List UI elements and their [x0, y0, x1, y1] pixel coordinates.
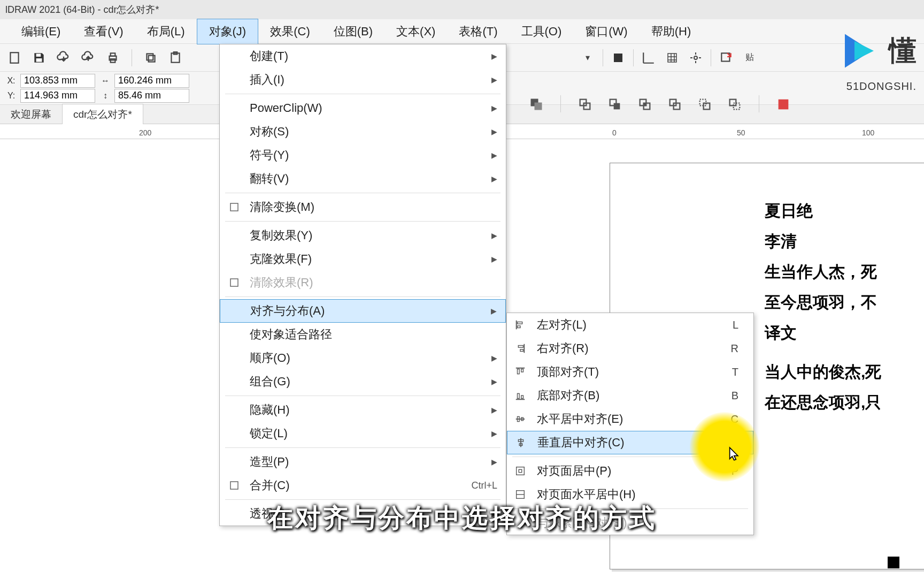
menu-item[interactable]: 对称(S)▶	[220, 120, 506, 143]
front-minus-back-icon[interactable]	[696, 95, 714, 113]
menu-item[interactable]: 对齐与分布(A)▶	[220, 299, 506, 323]
svg-rect-31	[230, 482, 238, 489]
height-input[interactable]	[114, 89, 189, 103]
width-input[interactable]	[114, 74, 189, 88]
fullscreen-icon[interactable]	[606, 49, 630, 67]
align-left-icon	[513, 318, 527, 332]
svg-rect-14	[535, 103, 542, 110]
svg-rect-1	[36, 54, 41, 56]
menu-item-label: 创建(T)	[250, 48, 288, 64]
menu-item-label: 造型(P)	[250, 454, 289, 470]
poem-text-object[interactable]: 夏日绝 李清 生当作人杰，死 至今思项羽，不 译文 当人中的俊杰,死 在还思念项…	[765, 195, 881, 417]
menu-item[interactable]: 使对象适合路径	[220, 323, 506, 346]
menu-tools[interactable]: 工具(O)	[510, 19, 574, 44]
poem-line: 在还思念项羽,只	[765, 387, 881, 417]
combine-front-icon[interactable]	[527, 95, 545, 113]
dropdown-arrow-icon[interactable]: ▾	[576, 49, 599, 67]
new-icon[interactable]	[5, 49, 24, 67]
black-square	[888, 557, 899, 568]
menu-item[interactable]: 符号(Y)▶	[220, 143, 506, 167]
menu-item[interactable]: 组合(G)▶	[220, 370, 506, 393]
y-position-input[interactable]	[20, 89, 95, 103]
submenu-item-label: 左对齐(L)	[537, 317, 587, 333]
submenu-item[interactable]: 底部对齐(B)B	[507, 384, 753, 407]
poem-line: 译文	[765, 317, 881, 348]
submenu-arrow-icon: ▶	[491, 429, 497, 438]
menu-effects[interactable]: 效果(C)	[258, 19, 322, 44]
publish-icon[interactable]: 贴	[738, 49, 761, 67]
paste-icon[interactable]	[166, 49, 184, 67]
tab-welcome[interactable]: 欢迎屏幕	[0, 104, 62, 125]
menu-item-label: 克隆效果(F)	[250, 251, 312, 267]
video-caption: 在对齐与分布中选择对齐的方式	[0, 501, 924, 535]
poem-line: 当人中的俊杰,死	[765, 356, 881, 387]
menu-item[interactable]: 隐藏(H)▶	[220, 398, 506, 422]
submenu-item[interactable]: 水平居中对齐(E)C	[507, 407, 753, 431]
menu-item[interactable]: 清除变换(M)	[220, 195, 506, 219]
menu-text[interactable]: 文本(X)	[384, 19, 447, 44]
submenu-arrow-icon: ▶	[491, 354, 497, 362]
menu-item[interactable]: PowerClip(W)▶	[220, 96, 506, 120]
watermark: 懂 51DONGSHI.	[828, 21, 924, 80]
align-right-icon	[513, 341, 527, 355]
menu-item[interactable]: 克隆效果(F)▶	[220, 247, 506, 271]
svg-rect-34	[518, 326, 521, 328]
cloud-down-icon[interactable]	[55, 49, 73, 67]
save-icon[interactable]	[30, 49, 48, 67]
submenu-item-label: 底部对齐(B)	[537, 387, 599, 404]
submenu-item[interactable]: 顶部对齐(T)T	[507, 360, 753, 384]
menu-separator	[225, 193, 500, 193]
svg-rect-6	[149, 55, 155, 62]
submenu-arrow-icon: ▶	[491, 458, 497, 466]
grid-icon[interactable]	[660, 49, 684, 67]
submenu-shortcut: B	[732, 390, 738, 402]
menu-table[interactable]: 表格(T)	[447, 19, 509, 44]
menu-item[interactable]: 锁定(L)▶	[220, 422, 506, 445]
back-minus-front-icon[interactable]	[726, 95, 744, 113]
cloud-up-icon[interactable]	[79, 49, 97, 67]
svg-rect-42	[518, 393, 520, 398]
position-group: X: Y:	[5, 74, 95, 103]
submenu-item[interactable]: 垂直居中对齐(C)E	[507, 431, 753, 454]
menu-object[interactable]: 对象(J)	[197, 19, 259, 44]
menu-item[interactable]: 创建(T)▶	[220, 44, 506, 68]
menu-help[interactable]: 帮助(H)	[640, 19, 703, 44]
tab-document[interactable]: cdr怎么对齐*	[62, 104, 143, 125]
submenu-item[interactable]: 左对齐(L)L	[507, 313, 753, 337]
print-icon[interactable]	[104, 49, 122, 67]
intersect-icon[interactable]	[636, 95, 654, 113]
align-hcenter-icon	[513, 412, 527, 426]
guides-icon[interactable]	[684, 49, 707, 67]
submenu-item[interactable]: 对页面居中(P)P	[507, 459, 753, 483]
menu-item[interactable]: 造型(P)▶	[220, 450, 506, 474]
submenu-arrow-icon: ▶	[491, 75, 497, 84]
x-position-input[interactable]	[20, 74, 95, 88]
submenu-arrow-icon: ▶	[491, 174, 497, 183]
menu-item[interactable]: 插入(I)▶	[220, 68, 506, 92]
menu-bitmap[interactable]: 位图(B)	[322, 19, 384, 44]
svg-rect-33	[518, 322, 522, 324]
menu-edit[interactable]: 编辑(E)	[10, 19, 72, 44]
menu-window[interactable]: 窗口(W)	[573, 19, 639, 44]
menu-item[interactable]: 翻转(V)▶	[220, 167, 506, 191]
align-bottom-icon	[513, 389, 527, 402]
width-icon: ↔	[99, 76, 111, 86]
watermark-logo-icon	[835, 27, 883, 75]
menu-view[interactable]: 查看(V)	[72, 19, 135, 44]
menu-item[interactable]: 顺序(O)▶	[220, 346, 506, 370]
simplify-icon[interactable]	[666, 95, 684, 113]
boundary-icon[interactable]	[774, 95, 792, 113]
trim-icon[interactable]	[606, 95, 624, 113]
align-vcenter-icon	[514, 436, 528, 450]
menu-layout[interactable]: 布局(L)	[135, 19, 197, 44]
menu-item[interactable]: 合并(C)Ctrl+L	[220, 474, 506, 497]
menu-item[interactable]: 复制效果(Y)▶	[220, 224, 506, 247]
height-icon: ↕	[99, 91, 111, 101]
svg-rect-4	[111, 53, 116, 56]
weld-icon[interactable]	[576, 95, 594, 113]
watermark-text: 懂	[889, 32, 917, 70]
ruler-icon[interactable]	[637, 49, 660, 67]
export-icon[interactable]	[714, 49, 738, 67]
submenu-item[interactable]: 右对齐(R)R	[507, 337, 753, 360]
copy-icon[interactable]	[142, 49, 160, 67]
